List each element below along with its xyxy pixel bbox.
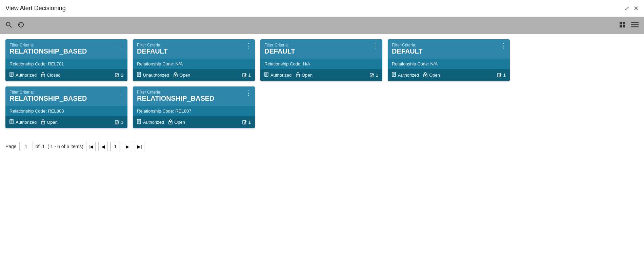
card-1-menu-button[interactable]: ⋮ [118, 43, 124, 49]
card-1-header: Filter Criteria: RELATIONSHIP_BASED ⋮ [5, 39, 127, 59]
document-icon [392, 72, 397, 78]
card-6-menu-button[interactable]: ⋮ [245, 90, 251, 96]
refresh-button[interactable] [18, 21, 24, 30]
first-page-button[interactable]: |◀ [86, 142, 96, 151]
card-5: Filter Criteria: RELATIONSHIP_BASED ⋮ Re… [5, 86, 127, 128]
expand-button[interactable]: ⤢ [624, 5, 629, 12]
card-5-footer: Authorized Open 3 [5, 116, 127, 128]
card-6-title: RELATIONSHIP_BASED [137, 95, 251, 102]
lock-open-icon [423, 72, 428, 78]
pagination-range: ( 1 - 6 of 6 items) [47, 144, 83, 149]
grid-view-button[interactable] [619, 21, 626, 30]
card-1-auth-badge: Authorized [9, 72, 37, 78]
card-1-rel-code: REL701 [48, 61, 64, 66]
card-2-header: Filter Criteria: DEFAULT ⋮ [133, 39, 255, 59]
card-5-header: Filter Criteria: RELATIONSHIP_BASED ⋮ [5, 86, 127, 106]
card-3-header: Filter Criteria: DEFAULT ⋮ [260, 39, 382, 59]
card-6-subheader: Relationship Code: REL807 [133, 106, 255, 116]
page-label: Page [5, 144, 17, 149]
lock-closed-icon [41, 72, 45, 78]
card-3-title: DEFAULT [264, 47, 378, 55]
card-6-header: Filter Criteria: RELATIONSHIP_BASED ⋮ [133, 86, 255, 106]
svg-point-42 [43, 122, 43, 123]
card-1-lock-badge: Closed [41, 72, 60, 78]
card-5-rel-code: REL808 [48, 108, 64, 114]
card-5-lock-status: Open [47, 120, 58, 125]
next-page-button[interactable]: ▶ [123, 142, 132, 151]
card-1-subheader: Relationship Code: REL701 [5, 59, 127, 69]
hamburger-icon [631, 22, 639, 27]
card-3-menu-button[interactable]: ⋮ [373, 43, 379, 49]
document-icon [9, 72, 14, 78]
card-3-rel-label: Relationship Code: [264, 61, 302, 66]
card-6: Filter Criteria: RELATIONSHIP_BASED ⋮ Re… [133, 86, 255, 128]
card-4-menu-button[interactable]: ⋮ [500, 43, 506, 49]
card-6-rel-label: Relationship Code: [137, 108, 174, 114]
edit-icon [115, 120, 120, 125]
card-5-title: RELATIONSHIP_BASED [9, 95, 123, 102]
card-4-lock-status: Open [429, 73, 440, 78]
card-5-auth-badge: Authorized [9, 119, 37, 125]
card-3-auth-badge: Authorized [264, 72, 291, 78]
current-page-box: 1 [110, 142, 120, 151]
close-button[interactable]: ✕ [633, 5, 639, 12]
edit-icon [370, 73, 375, 78]
of-value: 1 [42, 144, 45, 149]
svg-point-35 [425, 75, 426, 76]
card-6-lock-badge: Open [168, 119, 185, 125]
card-6-lock-status: Open [174, 120, 185, 125]
card-4-rel-label: Relationship Code: [392, 61, 429, 66]
card-6-filter-label: Filter Criteria: [137, 90, 251, 95]
card-4-rel-code: N/A [430, 61, 438, 66]
card-4-edit-count: 1 [497, 73, 506, 78]
svg-point-28 [298, 75, 298, 76]
card-2-rel-code: N/A [175, 61, 183, 66]
edit-icon [115, 73, 120, 78]
svg-rect-4 [620, 25, 622, 27]
card-5-auth-status: Authorized [16, 120, 37, 125]
refresh-icon [18, 21, 24, 28]
svg-point-14 [43, 75, 43, 76]
card-2-auth-status: Unauthorized [143, 73, 169, 78]
card-5-edit-count: 3 [115, 120, 123, 125]
card-5-subheader: Relationship Code: REL808 [5, 106, 127, 116]
card-5-menu-button[interactable]: ⋮ [118, 90, 124, 96]
card-5-rel-label: Relationship Code: [9, 108, 47, 114]
card-1-auth-status: Authorized [16, 73, 37, 78]
svg-point-49 [170, 122, 171, 123]
edit-icon [497, 73, 502, 78]
document-icon [137, 119, 142, 125]
card-3-subheader: Relationship Code: N/A [260, 59, 382, 69]
card-5-lock-badge: Open [41, 119, 58, 125]
svg-rect-2 [620, 22, 622, 24]
card-3-footer: Authorized Open 1 [260, 69, 382, 81]
last-page-button[interactable]: ▶| [135, 142, 144, 151]
lock-open-icon [173, 72, 178, 78]
search-button[interactable] [5, 21, 12, 30]
menu-button[interactable] [631, 22, 639, 29]
card-4-auth-status: Authorized [398, 73, 419, 78]
card-6-auth-status: Authorized [143, 120, 164, 125]
card-2-subheader: Relationship Code: N/A [133, 59, 255, 69]
card-3-rel-code: N/A [303, 61, 310, 66]
card-3-lock-status: Open [302, 73, 313, 78]
card-row-2: Filter Criteria: RELATIONSHIP_BASED ⋮ Re… [5, 86, 639, 128]
card-2-lock-status: Open [179, 73, 190, 78]
prev-page-button[interactable]: ◀ [98, 142, 108, 151]
svg-rect-3 [623, 22, 625, 24]
card-4-header: Filter Criteria: DEFAULT ⋮ [388, 39, 510, 59]
page-input[interactable] [19, 142, 33, 151]
document-icon [137, 72, 142, 78]
card-2-menu-button[interactable]: ⋮ [245, 43, 251, 49]
edit-icon [242, 73, 247, 78]
card-2-lock-badge: Open [173, 72, 190, 78]
edit-icon [242, 120, 247, 125]
card-3: Filter Criteria: DEFAULT ⋮ Relationship … [260, 39, 382, 81]
card-3-edit-count: 1 [370, 73, 378, 78]
svg-rect-5 [623, 25, 625, 27]
card-2-edit-count: 1 [242, 73, 251, 78]
title-bar: View Alert Decisioning ⤢ ✕ [0, 0, 644, 17]
lock-open-icon [296, 72, 300, 78]
title-bar-actions: ⤢ ✕ [624, 5, 639, 12]
card-1-title: RELATIONSHIP_BASED [9, 47, 123, 55]
